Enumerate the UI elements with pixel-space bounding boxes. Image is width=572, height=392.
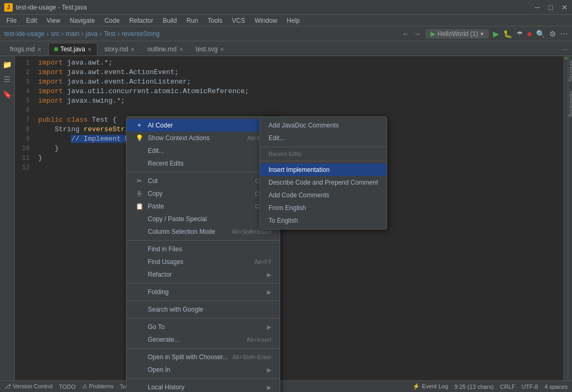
coverage-icon[interactable]: ☂ [516,30,523,38]
run-icon[interactable]: ▶ [493,30,499,38]
structure-label[interactable]: Structure [568,56,572,86]
ctx-item-icon-empty [135,258,144,266]
tab-close-button[interactable]: ✕ [130,47,135,52]
context-menu-item-copy[interactable]: ⎘CopyCtrl+C [127,187,280,200]
context-menu-item-recent-edits[interactable]: Recent Edits▶ [127,157,280,170]
breadcrumb: test-ide-usage › src › main › java › Tes… [4,30,159,38]
breadcrumb-project[interactable]: test-ide-usage [4,30,44,38]
menu-item-vcs[interactable]: VCS [228,16,249,25]
tab-label: test.svg [196,45,218,53]
menu-item-view[interactable]: View [42,16,65,25]
menu-item-refactor[interactable]: Refactor [125,16,157,25]
submenu-item-add-code-comments[interactable]: Add Code Comments [260,189,387,202]
context-menu-item-go-to[interactable]: Go To▶ [127,321,280,333]
search-icon[interactable]: 🔍 [536,30,545,38]
context-menu-item-open-in[interactable]: Open In▶ [127,363,280,376]
tab-frogsmd[interactable]: frogs.md✕ [4,43,47,56]
tab-label: story.md [104,45,128,53]
menu-item-navigate[interactable]: Navigate [66,16,99,25]
line-number: 12 [15,163,30,172]
context-menu-item-find-usages[interactable]: Find UsagesAlt+F7 [127,256,280,268]
context-menu-separator [127,378,280,379]
tab-close-button[interactable]: ✕ [37,47,41,52]
settings-icon[interactable]: ⚙ [549,30,556,38]
context-menu-item-search-google[interactable]: Search with Google [127,303,280,316]
ctx-item-left: Go To [135,323,165,331]
menu-item-build[interactable]: Build [158,16,181,25]
close-button[interactable]: ✕ [561,3,568,12]
indent-status[interactable]: 4 spaces [544,384,568,390]
minimize-button[interactable]: ─ [535,3,540,12]
ctx-item-label: Refactor [148,271,172,278]
run-config[interactable]: ▶ HelloWorld (1) ▾ [425,29,488,39]
stop-icon[interactable]: ■ [528,30,532,38]
context-menu-item-open-split-chooser[interactable]: Open in Split with Chooser...Alt+Shift+E… [127,351,280,363]
ctx-item-left: Recent Edits [135,159,184,168]
back-icon[interactable]: ← [402,30,409,38]
debug-icon[interactable]: 🐛 [503,30,512,38]
submenu-item-add-javadoc[interactable]: Add JavaDoc Comments [260,119,387,132]
tab-close-button[interactable]: ✕ [220,47,224,52]
context-menu-item-refactor[interactable]: Refactor▶ [127,268,280,281]
encoding-status[interactable]: CRLF [500,384,515,390]
context-menu-item-generate[interactable]: Generate...Alt+Insert [127,333,280,346]
tab-testsvg[interactable]: test.svg✕ [190,43,230,56]
context-menu-item-ai-coder[interactable]: ✦AI Coder▶ [127,119,280,132]
context-menu-item-folding[interactable]: Folding▶ [127,286,280,298]
menu-item-tools[interactable]: Tools [203,16,227,25]
submenu-item-describe-code[interactable]: Describe Code and Prepend Comment [260,176,387,189]
breadcrumb-src[interactable]: src [51,30,59,38]
charset-status[interactable]: UTF-8 [522,384,538,390]
menu-item-run[interactable]: Run [182,16,202,25]
ctx-item-icon-empty [135,353,144,361]
bookmarks-label[interactable]: Bookmarks [568,86,572,121]
tab-overflow-button[interactable]: ⋯ [557,44,572,56]
bookmarks-sidebar-icon[interactable]: 🔖 [1,88,14,101]
context-menu-item-column-selection[interactable]: Column Selection ModeAlt+Shift+Insert [127,225,280,238]
line-number: 4 [15,87,30,96]
ctx-item-left: 💡Show Context Actions [135,134,210,142]
menu-item-window[interactable]: Window [251,16,282,25]
tab-outlinemd[interactable]: outline.md✕ [141,43,189,56]
menu-item-code[interactable]: Code [100,16,124,25]
ctx-item-left: Open In [135,366,171,374]
maximize-button[interactable]: □ [549,3,553,12]
menu-item-help[interactable]: Help [282,16,304,25]
tab-storymd[interactable]: story.md✕ [99,43,140,56]
menu-item-file[interactable]: File [2,16,21,25]
context-menu-item-find-in-files[interactable]: Find in Files [127,243,280,256]
context-menu-item-edit[interactable]: Edit... [127,144,280,157]
context-menu-item-copy-paste-special[interactable]: Copy / Paste Special▶ [127,213,280,225]
event-log[interactable]: ⚡ Event Log [413,383,448,390]
ctx-item-arrow: ▶ [267,367,271,373]
breadcrumb-main[interactable]: main [66,30,79,38]
menu-item-edit[interactable]: Edit [22,16,41,25]
breadcrumb-test[interactable]: Test [104,30,115,38]
context-menu-item-local-history[interactable]: Local History▶ [127,381,280,392]
submenu-item-from-english[interactable]: From English [260,202,387,214]
tab-Testjava[interactable]: Test.java✕ [48,43,97,56]
submenu-item-to-english[interactable]: To English [260,214,387,227]
forward-icon[interactable]: → [414,30,421,38]
breadcrumb-method[interactable]: reverseString [122,30,159,38]
context-menu-separator [127,300,280,301]
submenu-item-insert-implementation[interactable]: Insert Implementation [260,163,387,176]
more-icon[interactable]: ⋯ [560,30,568,38]
position-status[interactable]: 9:25 (13 chars) [454,384,494,390]
context-menu-item-paste[interactable]: 📋PasteCtrl+V [127,200,280,213]
ctx-item-label: Cut [148,177,158,185]
tab-close-button[interactable]: ✕ [87,47,92,52]
tab-close-button[interactable]: ✕ [179,47,183,52]
project-sidebar-icon[interactable]: 📁 [1,58,14,71]
todo-status[interactable]: TODO [59,384,76,390]
ctx-item-arrow: ▶ [267,324,271,331]
submenu-item-edit-sub[interactable]: Edit... [260,132,387,144]
structure-sidebar-icon[interactable]: ☰ [2,73,13,86]
line-number: 1 [15,58,30,68]
context-menu-item-cut[interactable]: ✂CutCtrl+X [127,175,280,187]
ctx-item-label: Column Selection Mode [148,228,215,235]
context-menu-item-show-context-actions[interactable]: 💡Show Context ActionsAlt+Enter [127,132,280,144]
problems-status[interactable]: ⚠ Problems [82,383,114,390]
breadcrumb-java[interactable]: java [86,30,97,38]
vcs-status[interactable]: ⎇ Version Control [4,383,52,390]
